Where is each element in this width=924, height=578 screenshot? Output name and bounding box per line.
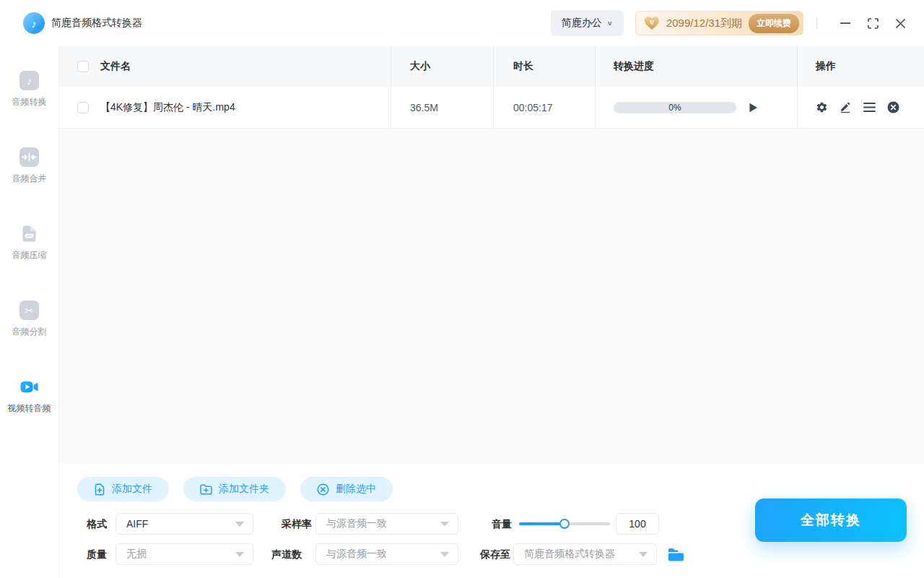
dropdown-caret-icon <box>235 522 244 527</box>
sidebar-item-audio-merge[interactable]: 音频合并 <box>12 147 47 185</box>
minimize-button[interactable] <box>834 12 856 34</box>
add-file-icon <box>94 483 105 496</box>
sample-rate-value: 与源音频一致 <box>326 517 440 530</box>
vip-heart-icon: V <box>644 16 660 30</box>
folder-icon <box>668 548 684 561</box>
sample-rate-label: 采样率 <box>282 513 312 535</box>
pencil-icon <box>840 101 852 113</box>
save-to-value: 简鹿音频格式转换器 <box>524 548 639 561</box>
suite-dropdown-button[interactable]: 简鹿办公 ∨ <box>551 10 624 36</box>
list-icon <box>863 102 876 113</box>
sidebar-item-label: 音频压缩 <box>12 249 47 262</box>
bottom-panel: 添加文件 添加文件夹 删除选中 格式 <box>59 463 924 578</box>
video-to-audio-icon <box>19 377 39 397</box>
delete-selected-button[interactable]: 删除选中 <box>300 477 393 501</box>
suite-label: 简鹿办公 <box>562 17 602 30</box>
row-settings-button[interactable] <box>816 101 828 113</box>
audio-merge-icon <box>19 147 39 167</box>
convert-all-button[interactable]: 全部转换 <box>755 499 907 542</box>
format-label: 格式 <box>87 513 107 535</box>
license-expiry-text: 2099/12/31到期 <box>666 17 742 30</box>
close-icon <box>895 18 906 29</box>
audio-convert-icon: ♪ <box>19 71 39 90</box>
volume-slider[interactable] <box>519 513 610 535</box>
dropdown-caret-icon <box>235 552 244 557</box>
renew-now-button[interactable]: 立即续费 <box>749 14 799 33</box>
volume-input[interactable] <box>616 513 659 535</box>
file-duration: 00:05:17 <box>513 102 553 113</box>
app-title: 简鹿音频格式转换器 <box>51 17 142 30</box>
add-file-label: 添加文件 <box>112 483 152 496</box>
circle-x-icon <box>887 101 899 113</box>
quality-select[interactable]: 无损 <box>116 543 253 565</box>
window-controls-divider <box>816 17 817 30</box>
audio-compress-icon <box>19 224 39 243</box>
row-rename-button[interactable] <box>840 101 852 113</box>
gear-icon <box>816 101 828 113</box>
channels-select[interactable]: 与源音频一致 <box>315 543 458 565</box>
column-header-actions: 操作 <box>816 60 836 73</box>
delete-circle-x-icon <box>317 483 329 496</box>
sidebar-item-audio-compress[interactable]: 音频压缩 <box>12 224 47 262</box>
sidebar-item-label: 音频合并 <box>12 173 47 185</box>
add-folder-button[interactable]: 添加文件夹 <box>183 477 286 501</box>
row-info-button[interactable] <box>863 102 876 113</box>
sidebar-item-video-to-audio[interactable]: 视频转音频 <box>8 377 51 415</box>
save-to-select[interactable]: 简鹿音频格式转换器 <box>513 543 657 565</box>
format-value: AIFF <box>126 518 235 530</box>
delete-selected-label: 删除选中 <box>336 483 376 496</box>
music-note-glyph: ♪ <box>31 17 37 30</box>
table-header: 文件名 大小 时长 转换进度 操作 <box>59 46 924 87</box>
empty-list-area <box>59 129 924 463</box>
maximize-icon <box>868 18 879 29</box>
sidebar-item-label: 音频分割 <box>12 326 47 338</box>
svg-text:V: V <box>650 19 654 26</box>
file-size: 36.5M <box>410 102 438 113</box>
sidebar-item-audio-convert[interactable]: ♪ 音频转换 <box>12 71 47 108</box>
row-delete-button[interactable] <box>887 101 899 113</box>
sample-rate-select[interactable]: 与源音频一致 <box>315 513 458 535</box>
play-preview-button[interactable] <box>749 103 758 113</box>
quality-label: 质量 <box>87 543 107 565</box>
sidebar-item-label: 视频转音频 <box>8 402 51 415</box>
column-header-size: 大小 <box>410 60 430 73</box>
title-bar: ♪ 简鹿音频格式转换器 简鹿办公 ∨ V 2099/12/31到期 立即续费 <box>0 0 924 46</box>
content-area: 文件名 大小 时长 转换进度 操作 【4K修复】周杰伦 - 晴天.mp4 36.… <box>59 46 924 578</box>
maximize-button[interactable] <box>862 12 884 34</box>
add-file-button[interactable]: 添加文件 <box>77 477 169 501</box>
volume-label: 音量 <box>492 513 512 535</box>
minimize-icon <box>840 18 850 28</box>
table-row: 【4K修复】周杰伦 - 晴天.mp4 36.5M 00:05:17 0% <box>59 87 924 129</box>
column-header-filename: 文件名 <box>100 60 131 73</box>
row-checkbox[interactable] <box>77 102 89 113</box>
format-select[interactable]: AIFF <box>116 513 253 535</box>
slider-thumb[interactable] <box>559 519 570 529</box>
dropdown-caret-icon <box>639 552 648 557</box>
play-icon <box>749 103 758 113</box>
app-logo-icon: ♪ <box>23 12 45 34</box>
slider-fill <box>519 522 565 525</box>
dropdown-caret-icon <box>440 522 449 527</box>
audio-split-icon: ✂ <box>19 301 39 320</box>
save-to-label: 保存至 <box>480 543 510 565</box>
file-toolbar: 添加文件 添加文件夹 删除选中 <box>77 477 393 501</box>
progress-bar: 0% <box>614 102 736 113</box>
quality-value: 无损 <box>126 548 235 561</box>
channels-label: 声道数 <box>271 543 302 565</box>
close-button[interactable] <box>889 12 911 34</box>
main-area: ♪ 音频转换 音频合并 <box>0 46 924 578</box>
add-folder-icon <box>200 484 212 495</box>
chevron-down-icon: ∨ <box>607 20 613 27</box>
column-header-duration: 时长 <box>513 60 533 73</box>
open-folder-button[interactable] <box>668 543 687 565</box>
sidebar: ♪ 音频转换 音频合并 <box>0 46 59 578</box>
column-header-progress: 转换进度 <box>614 60 654 73</box>
add-folder-label: 添加文件夹 <box>219 483 269 496</box>
sidebar-item-audio-split[interactable]: ✂ 音频分割 <box>12 301 47 338</box>
vip-license-badge: V 2099/12/31到期 立即续费 <box>635 11 803 35</box>
sidebar-item-label: 音频转换 <box>12 96 47 108</box>
dropdown-caret-icon <box>440 552 449 557</box>
progress-label: 0% <box>614 102 736 113</box>
select-all-checkbox[interactable] <box>77 61 89 72</box>
channels-value: 与源音频一致 <box>326 548 440 561</box>
